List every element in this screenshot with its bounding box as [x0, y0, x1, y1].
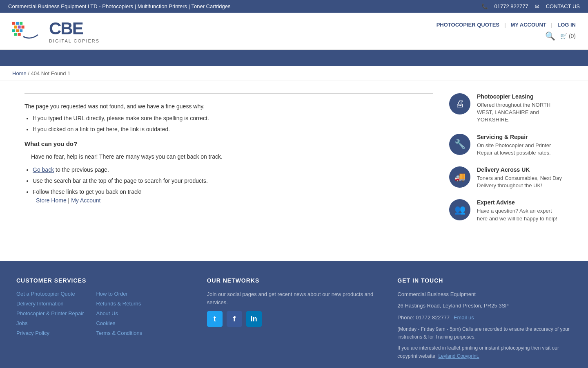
go-back-link[interactable]: Go back: [33, 166, 54, 173]
service-expert: 👥 Expert Advise Have a question? Ask an …: [449, 199, 564, 222]
search-icon[interactable]: 🔍: [545, 31, 555, 41]
service-leasing-desc: Offered throughout the NORTH WEST, LANCA…: [477, 101, 564, 124]
service-delivery-desc: Toners and Consumables, Next Day Deliver…: [477, 175, 564, 189]
follow-links-item: Follow these links to get you back on tr…: [33, 188, 433, 205]
service-expert-title: Expert Advise: [477, 199, 564, 206]
logo-area: CBE DIGITAL COPIERS: [12, 17, 100, 45]
service-leasing-title: Photocopier Leasing: [477, 93, 564, 100]
svg-rect-5: [22, 26, 24, 29]
header-nav-actions: 🔍 🛒 (0): [545, 31, 576, 41]
service-delivery: 🚚 Delivery Across UK Toners and Consumab…: [449, 166, 564, 189]
services-sidebar: 🖨 Photocopier Leasing Offered throughout…: [449, 93, 564, 232]
error-bullet-1: If you typed the URL directly, please ma…: [33, 114, 433, 123]
store-home-link[interactable]: Store Home: [36, 197, 67, 204]
footer-link-cookies[interactable]: Cookies: [96, 320, 115, 326]
svg-rect-7: [16, 29, 19, 32]
footer: CUSTOMER SERVICES Get a Photocopier Quot…: [0, 261, 588, 368]
my-account-link[interactable]: MY ACCOUNT: [510, 22, 546, 28]
footer-hours: (Monday - Friday 9am - 5pm) Calls are re…: [397, 325, 572, 341]
service-repair-icon: 🔧: [449, 134, 470, 155]
service-leasing-icon: 🖨: [449, 93, 470, 114]
svg-rect-10: [18, 33, 21, 36]
footer-cs-links: Get a Photocopier Quote Delivery Informa…: [16, 290, 191, 339]
service-leasing: 🖨 Photocopier Leasing Offered throughout…: [449, 93, 564, 124]
facebook-icon[interactable]: f: [227, 311, 242, 327]
breadcrumb-separator: /: [28, 70, 29, 76]
photocopier-quotes-link[interactable]: PHOTOCOPIER QUOTES: [437, 22, 499, 28]
phone-number[interactable]: 01772 822777: [494, 3, 528, 9]
contact-us-link[interactable]: CONTACT US: [546, 3, 580, 9]
svg-rect-6: [12, 29, 15, 32]
linkedin-icon[interactable]: in: [246, 311, 262, 327]
go-back-item: Go back to the previous page.: [33, 166, 433, 174]
service-repair-desc: On site Photocopier and Printer Repair a…: [477, 142, 564, 157]
footer-customer-services: CUSTOMER SERVICES Get a Photocopier Quot…: [16, 277, 191, 364]
leyland-copyprint-link[interactable]: Leyland Copyprint.: [438, 353, 479, 359]
footer-link-terms[interactable]: Terms & Conditions: [96, 330, 142, 336]
service-delivery-title: Delivery Across UK: [477, 166, 564, 173]
footer-leaflet: If you are interested in leaflet printin…: [397, 344, 572, 360]
footer-link-jobs[interactable]: Jobs: [16, 320, 27, 326]
social-icons: t f in: [207, 311, 381, 327]
error-bullets: If you typed the URL directly, please ma…: [33, 114, 433, 134]
top-bar-right: 📞 01772 822777 ✉ CONTACT US: [481, 3, 580, 9]
svg-rect-1: [16, 22, 19, 25]
search-bar-item: Use the search bar at the top of the pag…: [33, 177, 433, 185]
service-repair-title: Servicing & Repair: [477, 134, 564, 140]
footer-link-printer-repair[interactable]: Photocopier & Printer Repair: [16, 310, 84, 316]
divider: [24, 93, 433, 94]
svg-rect-8: [20, 29, 22, 32]
error-content: The page you requested was not found, an…: [24, 93, 433, 232]
log-in-link[interactable]: LOG IN: [557, 22, 576, 28]
service-delivery-icon: 🚚: [449, 166, 470, 188]
service-expert-icon: 👥: [449, 199, 470, 220]
footer-link-about[interactable]: About Us: [96, 310, 118, 316]
my-account-link2[interactable]: My Account: [71, 197, 100, 204]
main-content: The page you requested was not found, an…: [12, 81, 576, 245]
svg-rect-0: [12, 22, 15, 25]
action-bullets: Go back to the previous page. Use the se…: [33, 166, 433, 205]
logo-sub: DIGITAL COPIERS: [49, 38, 100, 43]
service-repair: 🔧 Servicing & Repair On site Photocopier…: [449, 134, 564, 157]
breadcrumb-current: 404 Not Found 1: [31, 70, 71, 76]
footer-cs-heading: CUSTOMER SERVICES: [16, 277, 191, 284]
footer-phone: Phone: 01772 822777 Email us: [397, 314, 572, 322]
footer-link-delivery[interactable]: Delivery Information: [16, 301, 64, 307]
twitter-icon[interactable]: t: [207, 311, 223, 327]
footer-contact: GET IN TOUCH Commercial Business Equipme…: [397, 277, 572, 364]
footer-contact-heading: GET IN TOUCH: [397, 277, 572, 284]
nav-band: [0, 50, 588, 66]
footer-grid: CUSTOMER SERVICES Get a Photocopier Quot…: [16, 277, 572, 364]
go-back-suffix: to the previous page.: [56, 166, 109, 173]
footer-link-how-to-order[interactable]: How to Order: [96, 291, 127, 297]
footer-address: 26 Hastings Road, Leyland Preston, PR25 …: [397, 302, 572, 310]
footer-networks: OUR NETWORKS Join our social pages and g…: [207, 277, 381, 364]
error-bullet-2: If you clicked on a link to get here, th…: [33, 125, 433, 134]
what-can-you-do-heading: What can you do?: [24, 140, 433, 147]
breadcrumb-home[interactable]: Home: [12, 70, 27, 76]
svg-rect-9: [14, 33, 17, 36]
logo-text: CBE: [49, 19, 83, 38]
company-name: Commercial Business Equipment LTD - Phot…: [8, 3, 231, 9]
error-intro: The page you requested was not found, an…: [24, 102, 433, 111]
email-icon: ✉: [535, 3, 539, 9]
svg-rect-4: [18, 26, 21, 29]
footer-link-refunds[interactable]: Refunds & Returns: [96, 301, 141, 307]
footer-networks-text: Join our social pages and get recent new…: [207, 290, 381, 307]
footer-cs-col1: Get a Photocopier Quote Delivery Informa…: [16, 290, 84, 339]
cart-button[interactable]: 🛒 (0): [560, 33, 576, 39]
svg-rect-3: [14, 26, 17, 29]
cart-count: (0): [569, 33, 576, 39]
svg-rect-2: [20, 22, 22, 25]
footer-link-quote[interactable]: Get a Photocopier Quote: [16, 291, 75, 297]
top-bar: Commercial Business Equipment LTD - Phot…: [0, 0, 588, 13]
footer-email-link[interactable]: Email us: [454, 314, 474, 321]
logo-image: [12, 17, 49, 45]
help-text: Have no fear, help is near! There are ma…: [31, 152, 433, 161]
header: CBE DIGITAL COPIERS PHOTOCOPIER QUOTES |…: [0, 13, 588, 50]
service-expert-desc: Have a question? Ask an expert here and …: [477, 207, 564, 222]
breadcrumb: Home / 404 Not Found 1: [0, 66, 588, 81]
footer-link-privacy[interactable]: Privacy Policy: [16, 330, 49, 336]
follow-links-text: Follow these links to get you back on tr…: [33, 188, 142, 195]
phone-icon: 📞: [481, 3, 488, 9]
